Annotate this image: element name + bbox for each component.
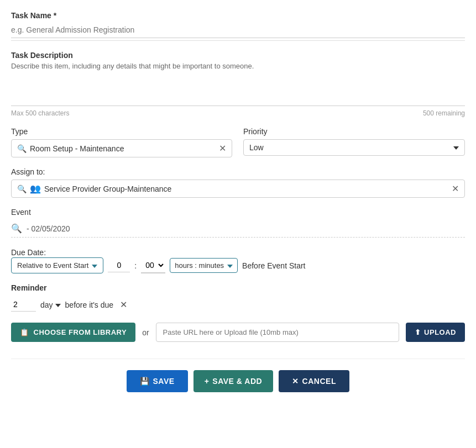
event-search-icon[interactable]: 🔍 xyxy=(11,223,22,234)
due-date-hm-dropdown[interactable]: hours : minutes xyxy=(170,258,238,273)
type-group: Type 🔍 Room Setup - Maintenance ✕ xyxy=(11,127,232,157)
char-remaining: 500 remaining xyxy=(423,109,465,117)
task-name-label: Task Name * xyxy=(11,11,465,20)
assign-group-icon: 👥 xyxy=(30,183,41,194)
due-date-section: Due Date: Relative to Event Start : 00 1… xyxy=(11,247,465,273)
event-value: - 02/05/2020 xyxy=(27,224,70,233)
event-group: Event 🔍 - 02/05/2020 xyxy=(11,208,465,238)
choose-library-label: CHOOSE FROM LIBRARY xyxy=(34,328,127,336)
save-add-icon: + xyxy=(205,377,210,386)
save-button[interactable]: 💾 SAVE xyxy=(127,370,188,392)
reminder-controls: 2 day before it's due ✕ xyxy=(11,298,465,312)
reminder-text: before it's due xyxy=(65,301,114,309)
priority-chevron-icon xyxy=(453,143,459,152)
url-input[interactable] xyxy=(156,323,399,342)
char-max: Max 500 characters xyxy=(11,109,69,117)
due-date-controls: Relative to Event Start : 00 15 30 45 ho… xyxy=(11,257,465,273)
cancel-icon: ✕ xyxy=(292,377,299,386)
type-clear-icon[interactable]: ✕ xyxy=(219,143,226,154)
event-row: 🔍 - 02/05/2020 xyxy=(11,220,465,238)
reminder-unit-label: day xyxy=(40,301,53,309)
type-search-icon: 🔍 xyxy=(17,144,27,153)
task-description-input[interactable] xyxy=(11,72,465,106)
assign-label: Assign to: xyxy=(11,167,465,176)
due-date-hours-input[interactable] xyxy=(108,259,130,272)
due-date-label: Due Date: xyxy=(11,248,46,257)
due-date-type-dropdown[interactable]: Relative to Event Start xyxy=(11,257,103,273)
reminder-clear-icon[interactable]: ✕ xyxy=(120,299,127,310)
or-text: or xyxy=(142,328,149,337)
assign-clear-icon[interactable]: ✕ xyxy=(452,183,459,194)
save-icon: 💾 xyxy=(140,377,150,386)
type-label: Type xyxy=(11,127,232,136)
hm-label: hours : minutes xyxy=(175,261,224,270)
save-add-button[interactable]: + SAVE & ADD xyxy=(193,370,273,392)
due-date-type-chevron-icon xyxy=(92,261,97,270)
upload-icon: ⬆ xyxy=(415,328,421,336)
type-priority-row: Type 🔍 Room Setup - Maintenance ✕ Priori… xyxy=(11,127,465,157)
reminder-label: Reminder xyxy=(11,283,465,292)
task-description-label: Task Description xyxy=(11,51,465,60)
type-value: Room Setup - Maintenance xyxy=(30,144,216,153)
task-name-group: Task Name * xyxy=(11,11,465,41)
choose-library-button[interactable]: 📋 CHOOSE FROM LIBRARY xyxy=(11,323,135,342)
task-description-group: Task Description Describe this item, inc… xyxy=(11,51,465,117)
time-separator: : xyxy=(134,261,137,270)
upload-button[interactable]: ⬆ UPLOAD xyxy=(406,323,465,342)
due-date-minutes-select[interactable]: 00 15 30 45 xyxy=(141,258,165,273)
task-name-input[interactable] xyxy=(11,22,465,38)
priority-value: Low xyxy=(249,143,453,152)
cancel-label: CANCEL xyxy=(302,377,336,386)
assign-select[interactable]: 🔍 👥 Service Provider Group-Maintenance ✕ xyxy=(11,180,465,198)
reminder-unit-chevron-icon xyxy=(55,301,61,309)
before-event-text: Before Event Start xyxy=(242,261,305,270)
hm-chevron-icon xyxy=(227,261,233,270)
event-label: Event xyxy=(11,208,465,217)
footer-actions: 💾 SAVE + SAVE & ADD ✕ CANCEL xyxy=(11,359,465,403)
assign-search-icon: 🔍 xyxy=(17,185,27,193)
priority-group: Priority Low xyxy=(243,127,465,157)
upload-label: UPLOAD xyxy=(424,328,456,336)
reminder-number-input[interactable]: 2 xyxy=(11,298,36,312)
save-label: SAVE xyxy=(153,377,175,386)
library-icon: 📋 xyxy=(20,328,29,336)
form-container: Task Name * Task Description Describe th… xyxy=(0,0,476,414)
reminder-section: Reminder 2 day before it's due ✕ xyxy=(11,283,465,312)
assign-value: Service Provider Group-Maintenance xyxy=(44,185,452,193)
save-add-label: SAVE & ADD xyxy=(212,377,262,386)
priority-select[interactable]: Low xyxy=(243,139,465,156)
assign-group: Assign to: 🔍 👥 Service Provider Group-Ma… xyxy=(11,167,465,198)
priority-label: Priority xyxy=(243,127,465,136)
task-description-sublabel: Describe this item, including any detail… xyxy=(11,62,465,70)
reminder-unit-dropdown[interactable]: day xyxy=(40,301,61,309)
cancel-button[interactable]: ✕ CANCEL xyxy=(279,370,349,392)
attachment-row: 📋 CHOOSE FROM LIBRARY or ⬆ UPLOAD xyxy=(11,323,465,342)
due-date-type-label: Relative to Event Start xyxy=(17,261,88,270)
type-select[interactable]: 🔍 Room Setup - Maintenance ✕ xyxy=(11,139,232,157)
